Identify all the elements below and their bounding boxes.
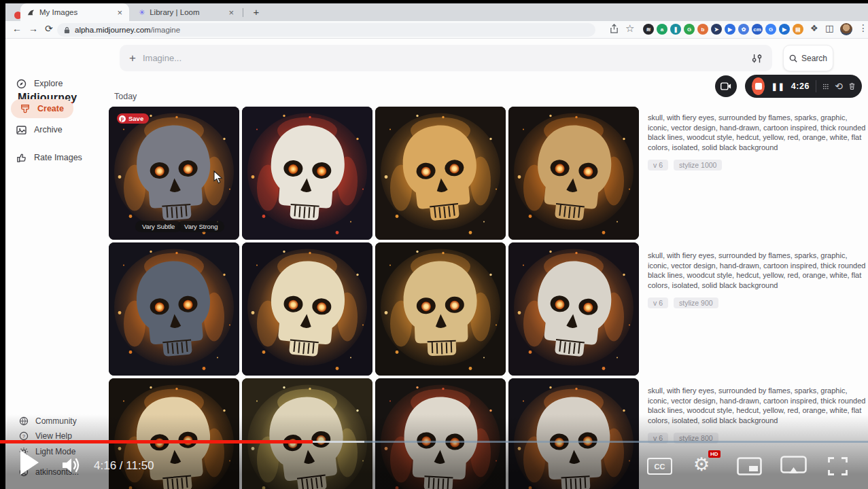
stop-recording-button[interactable] <box>752 77 765 95</box>
save-label: Save <box>128 115 143 122</box>
midjourney-sail-icon <box>27 9 35 16</box>
sidebar-item-label: Rate Images <box>34 153 82 162</box>
address-bar[interactable]: alpha.midjourney.com/imagine <box>57 23 595 37</box>
date-section-label: Today <box>114 92 137 101</box>
extension-icon[interactable]: ❚ <box>670 24 681 35</box>
extension-icon[interactable]: G <box>765 24 776 35</box>
extension-icon[interactable]: b <box>697 24 708 35</box>
video-progress-played <box>0 440 313 443</box>
image-icon <box>16 126 27 134</box>
plus-icon[interactable]: + <box>129 52 136 65</box>
extension-icon[interactable]: ✿ <box>738 24 749 35</box>
tag-row: v 6stylize 900 <box>648 297 867 308</box>
extension-icon[interactable]: cm <box>752 24 763 35</box>
share-icon[interactable] <box>610 24 619 34</box>
trash-icon[interactable] <box>849 82 855 91</box>
brush-icon <box>20 104 30 113</box>
browser-tab-my-images[interactable]: My Images × <box>20 3 129 21</box>
extension-icon[interactable]: ▤ <box>793 24 803 35</box>
imagine-input[interactable] <box>143 53 752 63</box>
sidebar-footer-label: View Help <box>35 431 72 441</box>
generated-image-tile[interactable] <box>375 378 506 489</box>
loom-logo-icon: ✳ <box>139 8 145 17</box>
generated-image-tile[interactable] <box>109 242 239 376</box>
back-button[interactable]: ← <box>12 23 22 34</box>
loom-camera-button[interactable] <box>715 75 737 97</box>
sidebar-item-community[interactable]: Community <box>19 414 77 428</box>
prompt-block: skull, with fiery eyes, surrounded by fl… <box>648 113 867 170</box>
browser-tab-loom[interactable]: ✳ Library | Loom × <box>132 3 241 21</box>
profile-avatar[interactable] <box>840 23 852 35</box>
divider <box>816 80 816 92</box>
captions-button[interactable]: CC <box>647 458 672 475</box>
parameter-tag[interactable]: stylize 900 <box>674 297 718 308</box>
tab-close-icon[interactable]: × <box>117 8 122 17</box>
tab-close-icon[interactable]: × <box>228 8 234 17</box>
video-frame: My Images × ✳ Library | Loom × + ← → ⟳ a… <box>0 0 868 489</box>
extension-icon[interactable]: G <box>684 24 695 35</box>
reload-button[interactable]: ⟳ <box>45 23 53 34</box>
extensions-puzzle-icon[interactable]: ❖ <box>810 23 818 33</box>
sidebar-item-explore[interactable]: Explore <box>16 75 63 92</box>
generated-image-tile[interactable] <box>508 378 639 489</box>
generated-image-tile[interactable] <box>375 107 506 240</box>
bookmark-star-icon[interactable]: ☆ <box>625 22 634 35</box>
volume-button[interactable] <box>61 456 83 475</box>
extension-icon[interactable]: ➤ <box>711 24 722 35</box>
drag-handle-icon[interactable] <box>822 82 829 91</box>
search-button[interactable]: Search <box>783 45 833 71</box>
generated-image-tile[interactable] <box>242 107 372 240</box>
pause-recording-button[interactable]: ❚❚ <box>771 82 784 91</box>
sidebar-item-create[interactable]: Create <box>11 99 73 118</box>
new-tab-button[interactable]: + <box>250 6 262 18</box>
search-label: Search <box>801 54 827 63</box>
forward-button[interactable]: → <box>29 23 38 34</box>
loom-timer: 4:26 <box>791 82 810 91</box>
sidebar-item-label: Create <box>37 104 64 113</box>
cast-button[interactable] <box>780 456 807 476</box>
video-letterbox <box>0 0 868 3</box>
generated-image-tile[interactable] <box>508 242 639 376</box>
prompt-block: skull, with fiery eyes, surrounded by fl… <box>648 251 867 308</box>
sidebar-item-archive[interactable]: Archive <box>16 121 63 139</box>
miniplayer-button[interactable] <box>737 457 762 475</box>
loom-recorder-widget: ❚❚ 4:26 ⟲ <box>745 75 862 98</box>
filters-sliders-icon[interactable] <box>752 54 763 63</box>
sidebar-item-rate-images[interactable]: Rate Images <box>16 149 82 166</box>
side-panel-icon[interactable]: ◫ <box>825 23 833 33</box>
parameter-tag[interactable]: stylize 1000 <box>674 160 722 170</box>
generated-image-tile[interactable] <box>242 378 372 489</box>
extension-icon[interactable]: ▶ <box>725 24 735 35</box>
generated-image-tile[interactable] <box>375 242 506 376</box>
fullscreen-button[interactable] <box>828 457 848 475</box>
prompt-text: skull, with fiery eyes, surrounded by fl… <box>648 386 867 425</box>
extension-icon[interactable]: a <box>657 24 667 35</box>
prompt-block: skull, with fiery eyes, surrounded by fl… <box>648 386 867 443</box>
tag-row: v 6stylize 1000 <box>648 160 867 170</box>
sidebar-footer-label: Community <box>35 416 77 426</box>
generated-image-tile[interactable] <box>242 242 372 376</box>
tab-title: My Images <box>39 8 77 16</box>
tab-title: Library | Loom <box>150 8 199 16</box>
play-button[interactable] <box>20 450 39 475</box>
settings-gear-icon[interactable]: ⚙ <box>693 454 710 475</box>
video-camera-icon <box>721 82 731 90</box>
restart-recording-icon[interactable]: ⟲ <box>835 81 843 92</box>
compass-icon <box>16 79 27 89</box>
extension-icon[interactable]: ▶ <box>779 24 790 35</box>
extension-icon[interactable]: ≋ <box>643 24 654 35</box>
vary-subtle-button[interactable]: Vary Subtle <box>135 221 181 232</box>
browser-toolbar: ← → ⟳ alpha.midjourney.com/imagine ☆ ≋a❚… <box>5 21 868 39</box>
parameter-tag[interactable]: v 6 <box>648 297 668 308</box>
help-icon: ? <box>19 431 29 441</box>
lock-icon <box>64 26 70 34</box>
generated-image-tile[interactable] <box>508 107 639 240</box>
parameter-tag[interactable]: v 6 <box>648 160 668 170</box>
video-letterbox <box>0 0 5 489</box>
vary-strong-button[interactable]: Vary Strong <box>177 221 224 232</box>
url-text: alpha.midjourney.com/imagine <box>75 26 180 34</box>
pinterest-save-badge[interactable]: pSave <box>117 113 149 124</box>
globe-icon <box>19 416 29 426</box>
imagine-input-bar[interactable]: + <box>120 45 772 71</box>
browser-menu-icon[interactable]: ⋮ <box>858 22 868 33</box>
